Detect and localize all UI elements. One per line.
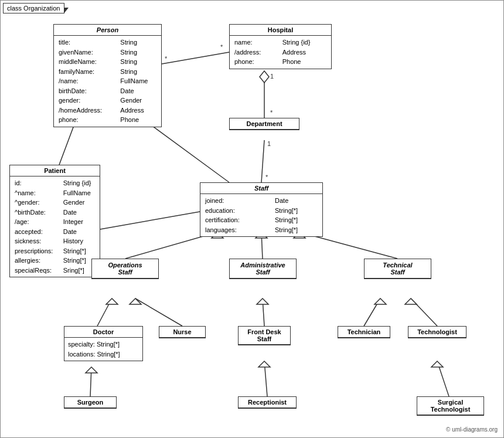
administrative-staff-class: AdministrativeStaff: [229, 259, 297, 279]
hospital-header: Hospital: [230, 25, 331, 36]
surgical-technologist-header: SurgicalTechnologist: [417, 397, 483, 415]
patient-body: id:String {id} ^name:FullName ^gender:Ge…: [10, 176, 100, 277]
surgeon-header: Surgeon: [64, 397, 116, 408]
svg-marker-30: [374, 298, 386, 304]
receptionist-header: Receptionist: [239, 397, 296, 408]
hospital-class: Hospital name:String {id} /address:Addre…: [229, 24, 332, 69]
svg-text:*: *: [220, 43, 223, 50]
department-header: Department: [230, 118, 299, 130]
technical-staff-class: TechnicalStaff: [364, 259, 431, 279]
svg-line-25: [135, 298, 182, 326]
uml-diagram: class Organization * * 1 * 1 *: [0, 0, 504, 438]
hospital-body: name:String {id} /address:Address phone:…: [230, 36, 331, 69]
staff-header: Staff: [200, 183, 322, 194]
doctor-body: specialty: String[*] locations: String[*…: [64, 338, 142, 361]
svg-text:*: *: [265, 174, 268, 181]
svg-text:*: *: [165, 55, 168, 62]
person-class: Person title:String givenName:String mid…: [53, 24, 162, 127]
receptionist-class: Receptionist: [238, 396, 297, 409]
technician-class: Technician: [338, 326, 390, 338]
person-header: Person: [54, 25, 161, 36]
administrative-staff-header: AdministrativeStaff: [230, 259, 296, 279]
department-class: Department: [229, 118, 299, 130]
svg-text:1: 1: [267, 140, 271, 147]
svg-marker-38: [431, 361, 443, 367]
svg-marker-34: [86, 367, 97, 373]
technologist-class: Technologist: [408, 326, 466, 338]
svg-line-12: [141, 118, 229, 182]
svg-line-29: [364, 298, 380, 326]
svg-text:*: *: [270, 109, 273, 116]
doctor-class: Doctor specialty: String[*] locations: S…: [64, 326, 143, 361]
svg-line-37: [437, 361, 449, 396]
svg-line-23: [97, 298, 112, 326]
svg-marker-24: [106, 298, 118, 304]
svg-marker-26: [130, 298, 141, 304]
diagram-title: class Organization: [3, 3, 64, 13]
svg-line-0: [162, 52, 229, 64]
patient-header: Patient: [10, 165, 100, 176]
svg-marker-4: [260, 71, 269, 83]
technologist-header: Technologist: [408, 327, 466, 338]
svg-line-33: [90, 367, 91, 396]
staff-body: joined:Date education:String[*] certific…: [200, 194, 322, 236]
technical-staff-header: TechnicalStaff: [365, 259, 431, 279]
front-desk-class: Front DeskStaff: [238, 326, 291, 345]
svg-line-35: [264, 361, 267, 396]
operations-staff-header: OperationsStaff: [92, 259, 158, 279]
nurse-class: Nurse: [159, 326, 206, 338]
svg-marker-28: [257, 298, 268, 304]
copyright: © uml-diagrams.org: [446, 426, 498, 433]
person-body: title:String givenName:String middleName…: [54, 36, 161, 127]
doctor-header: Doctor: [64, 327, 142, 338]
svg-line-27: [263, 298, 264, 326]
nurse-header: Nurse: [159, 327, 205, 338]
svg-marker-36: [258, 361, 270, 367]
technician-header: Technician: [338, 327, 390, 338]
surgical-technologist-class: SurgicalTechnologist: [417, 396, 484, 416]
svg-marker-32: [405, 298, 417, 304]
operations-staff-class: OperationsStaff: [91, 259, 159, 279]
front-desk-header: Front DeskStaff: [239, 327, 290, 345]
svg-text:1: 1: [270, 73, 274, 80]
svg-line-7: [261, 140, 264, 182]
svg-line-31: [411, 298, 437, 326]
surgeon-class: Surgeon: [64, 396, 117, 409]
patient-class: Patient id:String {id} ^name:FullName ^g…: [9, 165, 100, 277]
svg-line-20: [100, 212, 200, 229]
staff-class: Staff joined:Date education:String[*] ce…: [200, 182, 323, 237]
